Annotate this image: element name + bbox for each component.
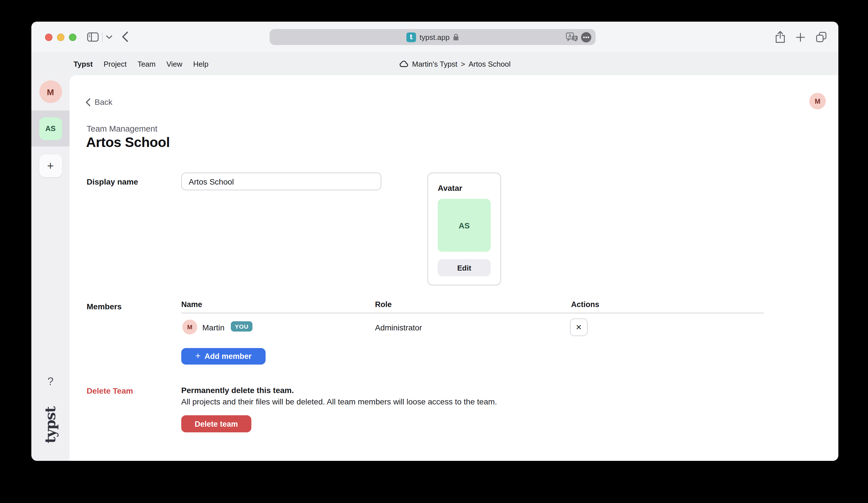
chevron-down-icon[interactable] bbox=[106, 35, 112, 39]
breadcrumb-current: Artos School bbox=[468, 60, 510, 68]
new-tab-icon[interactable] bbox=[796, 32, 805, 42]
member-role: Administrator bbox=[375, 323, 422, 332]
breadcrumb-workspace[interactable]: Martin's Typst bbox=[412, 60, 457, 68]
translate-icon[interactable]: A 文 bbox=[566, 32, 578, 42]
delete-team-description: All projects and their files will be del… bbox=[181, 397, 497, 406]
page-options-icon[interactable] bbox=[581, 32, 592, 42]
sidebar-selected-band: AS bbox=[31, 111, 70, 146]
display-name-input[interactable] bbox=[181, 172, 381, 190]
sidebar-user-avatar[interactable]: M bbox=[39, 80, 62, 103]
minimize-window-button[interactable] bbox=[57, 34, 64, 41]
menu-typst[interactable]: Typst bbox=[73, 60, 93, 68]
app-menubar: Typst Project Team View Help Martin's Ty… bbox=[31, 52, 838, 75]
member-avatar: M bbox=[182, 319, 197, 334]
team-management-panel: Back M Team Management Artos School Disp… bbox=[70, 75, 838, 461]
edit-avatar-button[interactable]: Edit bbox=[438, 259, 491, 276]
tab-overview-icon[interactable] bbox=[816, 31, 827, 43]
page-title: Artos School bbox=[86, 134, 170, 150]
menu-help[interactable]: Help bbox=[193, 60, 209, 68]
site-favicon: t bbox=[406, 32, 416, 42]
add-member-label: Add member bbox=[205, 352, 252, 360]
sidebar-team-avatar[interactable]: AS bbox=[39, 117, 62, 140]
back-nav-icon[interactable] bbox=[122, 31, 128, 42]
svg-text:文: 文 bbox=[573, 35, 577, 40]
menu-team[interactable]: Team bbox=[137, 60, 156, 68]
display-name-label: Display name bbox=[87, 177, 138, 186]
account-avatar[interactable]: M bbox=[809, 93, 826, 109]
close-window-button[interactable] bbox=[45, 34, 52, 41]
delete-team-button[interactable]: Delete team bbox=[181, 415, 251, 432]
you-badge: YOU bbox=[231, 321, 252, 331]
delete-team-heading: Permanently delete this team. bbox=[181, 386, 294, 395]
section-label: Team Management bbox=[87, 124, 157, 133]
table-divider bbox=[181, 313, 764, 313]
member-name: Martin bbox=[202, 323, 225, 332]
back-label: Back bbox=[95, 97, 112, 106]
browser-titlebar: t typst.app A 文 bbox=[31, 22, 838, 52]
remove-member-button[interactable]: ✕ bbox=[570, 318, 588, 336]
help-button[interactable]: ? bbox=[31, 375, 70, 388]
add-member-button[interactable]: + Add member bbox=[181, 348, 266, 365]
menu-project[interactable]: Project bbox=[103, 60, 126, 68]
chevron-left-icon bbox=[85, 98, 91, 106]
menu-view[interactable]: View bbox=[166, 60, 182, 68]
browser-window: t typst.app A 文 bbox=[31, 22, 838, 461]
members-label: Members bbox=[87, 302, 122, 311]
breadcrumb-separator: > bbox=[461, 60, 465, 68]
column-header-role: Role bbox=[375, 300, 392, 309]
breadcrumb: Martin's Typst > Artos School bbox=[399, 52, 511, 75]
svg-text:A: A bbox=[568, 33, 572, 38]
back-link[interactable]: Back bbox=[85, 97, 112, 106]
avatar-card: Avatar AS Edit bbox=[427, 172, 501, 285]
typst-logo: typst bbox=[31, 407, 70, 443]
column-header-name: Name bbox=[181, 300, 202, 309]
sidebar-toggle-icon[interactable] bbox=[87, 32, 99, 42]
close-icon: ✕ bbox=[576, 323, 582, 332]
column-header-actions: Actions bbox=[571, 300, 599, 309]
zoom-window-button[interactable] bbox=[69, 34, 76, 41]
share-icon[interactable] bbox=[775, 31, 785, 43]
avatar-card-title: Avatar bbox=[438, 184, 462, 192]
address-bar[interactable]: t typst.app A 文 bbox=[270, 29, 596, 45]
traffic-lights bbox=[45, 34, 76, 41]
lock-icon bbox=[453, 33, 459, 41]
plus-icon: + bbox=[195, 351, 200, 361]
team-avatar-preview: AS bbox=[438, 199, 491, 252]
team-sidebar: M AS + ? typst bbox=[31, 75, 70, 461]
cloud-icon bbox=[399, 60, 409, 67]
titlebar-divider bbox=[102, 32, 103, 42]
delete-team-label: Delete Team bbox=[87, 386, 133, 395]
address-url: typst.app bbox=[420, 33, 450, 41]
screen: t typst.app A 文 bbox=[0, 0, 868, 503]
add-team-button[interactable]: + bbox=[39, 154, 62, 177]
